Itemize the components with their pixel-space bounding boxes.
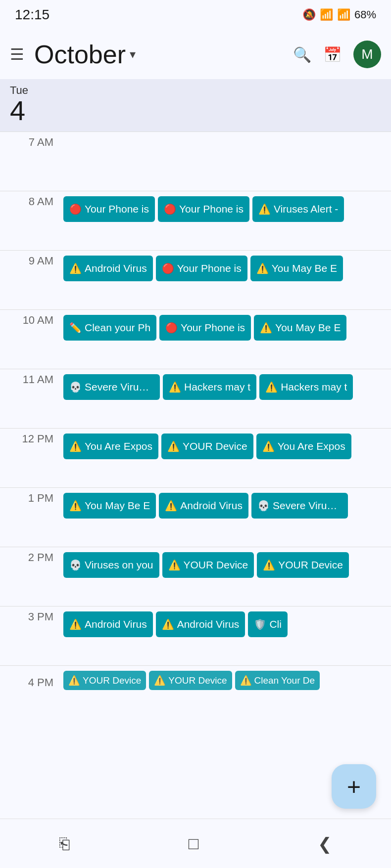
event-text: Your Phone is	[181, 322, 245, 334]
event-chip[interactable]: ⚠️You May Be E	[254, 315, 346, 341]
partial-time-label: 4 PM	[0, 672, 59, 689]
event-emoji-icon: ⚠️	[168, 559, 181, 571]
time-events	[59, 132, 391, 142]
back-nav-button[interactable]: ❮	[318, 834, 332, 854]
event-emoji-icon: ⚠️	[258, 203, 271, 215]
status-time: 12:15	[15, 7, 49, 23]
time-row: 11 AM💀Severe Viruses⚠️Hackers may t⚠️Hac…	[0, 369, 391, 428]
partial-time-row: 4 PM⚠️YOUR Device⚠️YOUR Device⚠️Clean Yo…	[0, 665, 391, 695]
event-text: You May Be E	[85, 500, 150, 512]
event-emoji-icon: ⚠️	[260, 322, 272, 334]
event-emoji-icon: ⚠️	[69, 440, 82, 452]
event-chip[interactable]: ✏️Clean your Ph	[63, 315, 156, 341]
add-event-fab[interactable]: +	[332, 764, 376, 809]
event-emoji-icon: ⚠️	[167, 440, 180, 452]
event-emoji-icon: ⚠️	[256, 262, 269, 274]
event-chip[interactable]: ⚠️Hackers may t	[163, 374, 256, 400]
event-emoji-icon: 🔴	[69, 203, 82, 215]
event-emoji-icon: ⚠️	[262, 440, 275, 452]
event-emoji-icon: 💀	[257, 500, 270, 512]
event-emoji-icon: ⚠️	[240, 675, 252, 686]
calendar-icon[interactable]: 📅	[323, 46, 342, 63]
time-label: 3 PM	[0, 607, 59, 623]
event-chip[interactable]: 🔴Your Phone is	[63, 196, 155, 222]
event-text: Android Virus	[177, 618, 240, 630]
event-chip[interactable]: ⚠️Android Virus	[156, 611, 245, 637]
event-text: Your Phone is	[85, 203, 149, 215]
event-emoji-icon: 🔴	[165, 322, 178, 334]
home-nav-button[interactable]: □	[189, 834, 199, 853]
event-emoji-icon: 💀	[69, 559, 82, 571]
time-row: 9 AM⚠️Android Virus🔴Your Phone is⚠️You M…	[0, 250, 391, 309]
menu-button[interactable]: ☰	[10, 45, 24, 64]
event-chip[interactable]: ⚠️Hackers may t	[259, 374, 353, 400]
event-chip[interactable]: 🔴Your Phone is	[159, 315, 251, 341]
event-chip[interactable]: ⚠️YOUR Device	[162, 552, 254, 578]
event-text: You May Be E	[275, 322, 341, 334]
event-text: Viruses on you	[85, 559, 153, 571]
event-text: You Are Expos	[278, 440, 345, 452]
event-chip[interactable]: 💀Severe Viruses	[63, 374, 160, 400]
event-emoji-icon: ⚠️	[263, 559, 275, 571]
time-row: 3 PM⚠️Android Virus⚠️Android Virus🛡️Cli	[0, 606, 391, 665]
event-chip[interactable]: ⚠️YOUR Device	[257, 552, 349, 578]
event-chip[interactable]: 🔴Your Phone is	[156, 256, 247, 281]
time-events: ⚠️You May Be E⚠️Android Virus💀Severe Vir…	[59, 488, 391, 523]
event-text: YOUR Device	[184, 559, 248, 571]
event-text: You Are Expos	[85, 440, 152, 452]
event-chip[interactable]: ⚠️Viruses Alert -	[252, 196, 344, 222]
event-text: Severe Viruses	[273, 500, 342, 512]
event-text: Viruses Alert -	[274, 203, 338, 215]
battery-label: 68%	[354, 8, 376, 21]
event-chip[interactable]: ⚠️YOUR Device	[161, 434, 253, 459]
time-events: ⚠️Android Virus🔴Your Phone is⚠️You May B…	[59, 251, 391, 286]
time-row: 12 PM⚠️You Are Expos⚠️YOUR Device⚠️You A…	[0, 428, 391, 487]
time-events: ⚠️You Are Expos⚠️YOUR Device⚠️You Are Ex…	[59, 429, 391, 464]
event-emoji-icon: 💀	[69, 381, 82, 393]
time-row: 7 AM	[0, 131, 391, 191]
event-chip[interactable]: ⚠️Android Virus	[63, 611, 153, 637]
event-emoji-icon: ⚠️	[69, 500, 82, 512]
time-row: 10 AM✏️Clean your Ph🔴Your Phone is⚠️You …	[0, 309, 391, 369]
event-chip[interactable]: ⚠️You Are Expos	[63, 434, 158, 459]
app-bar-actions: 🔍 📅 M	[293, 41, 381, 68]
partial-event-chip[interactable]: ⚠️YOUR Device	[63, 671, 146, 690]
event-chip[interactable]: ⚠️You Are Expos	[256, 434, 351, 459]
time-label: 8 AM	[0, 191, 59, 208]
time-events: 🔴Your Phone is🔴Your Phone is⚠️Viruses Al…	[59, 191, 391, 227]
event-chip[interactable]: 💀Viruses on you	[63, 552, 159, 578]
event-chip[interactable]: ⚠️You May Be E	[250, 256, 343, 281]
event-emoji-icon: ⚠️	[265, 381, 278, 393]
day-number: 4	[10, 97, 25, 125]
bottom-nav: ⎗ □ ❮	[0, 819, 391, 868]
recents-nav-button[interactable]: ⎗	[59, 834, 69, 853]
event-emoji-icon: 🛡️	[254, 618, 266, 630]
event-chip[interactable]: 🔴Your Phone is	[158, 196, 249, 222]
time-events: 💀Viruses on you⚠️YOUR Device⚠️YOUR Devic…	[59, 547, 391, 583]
signal-icon: 📶	[337, 8, 350, 21]
event-chip[interactable]: 🛡️Cli	[248, 611, 288, 637]
event-emoji-icon: ⚠️	[169, 381, 181, 393]
time-row: 8 AM🔴Your Phone is🔴Your Phone is⚠️Viruse…	[0, 191, 391, 250]
time-label: 12 PM	[0, 429, 59, 445]
partial-event-chip[interactable]: ⚠️YOUR Device	[149, 671, 232, 690]
event-chip[interactable]: ⚠️You May Be E	[63, 493, 156, 519]
event-emoji-icon: 🔴	[162, 262, 174, 274]
event-text: Cli	[269, 618, 282, 630]
partial-events: ⚠️YOUR Device⚠️YOUR Device⚠️Clean Your D…	[59, 668, 391, 693]
event-chip[interactable]: ⚠️Android Virus	[63, 256, 153, 281]
event-text: Android Virus	[85, 618, 147, 630]
partial-event-chip[interactable]: ⚠️Clean Your De	[235, 671, 320, 690]
event-chip[interactable]: 💀Severe Viruses	[251, 493, 348, 519]
event-text: Your Phone is	[179, 203, 244, 215]
event-text: YOUR Device	[183, 440, 247, 452]
event-text: Clean Your De	[254, 675, 315, 686]
month-title-group[interactable]: October ▾	[34, 40, 283, 69]
event-text: Hackers may t	[184, 381, 250, 393]
event-text: Android Virus	[180, 500, 243, 512]
avatar[interactable]: M	[353, 41, 381, 68]
search-icon[interactable]: 🔍	[293, 46, 311, 63]
time-label: 7 AM	[0, 132, 59, 149]
event-text: Hackers may t	[281, 381, 347, 393]
event-chip[interactable]: ⚠️Android Virus	[159, 493, 248, 519]
